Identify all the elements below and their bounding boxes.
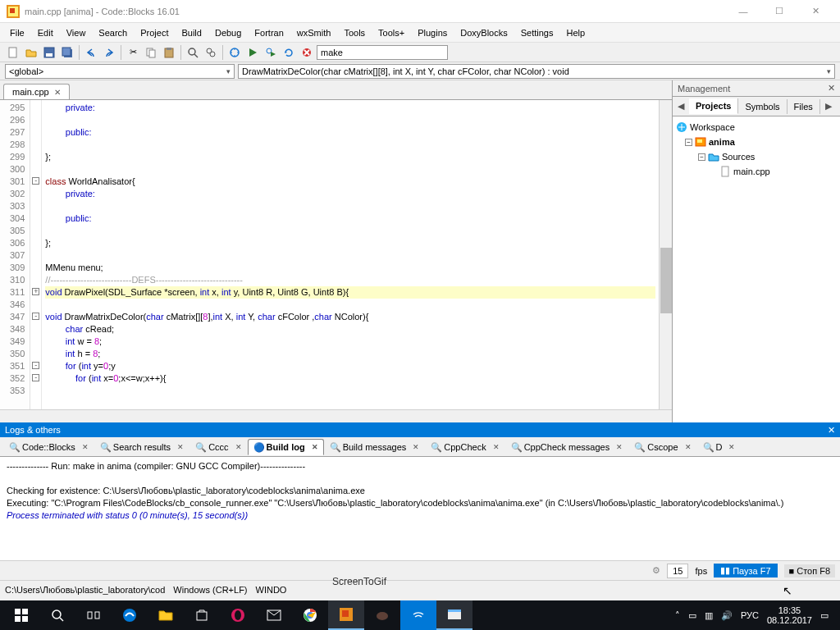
menu-project[interactable]: Project (134, 25, 175, 40)
close-button[interactable]: ✕ (797, 0, 833, 23)
search-icon[interactable] (39, 600, 75, 630)
replace-icon[interactable] (203, 44, 219, 61)
maximize-button[interactable]: ☐ (761, 0, 797, 23)
tree-workspace[interactable]: Workspace (676, 120, 837, 135)
tab-symbols[interactable]: Symbols (738, 99, 787, 114)
close-icon[interactable]: ✕ (177, 443, 184, 451)
gear-icon[interactable]: ⚙ (652, 565, 660, 576)
menu-build[interactable]: Build (175, 25, 208, 40)
log-tab[interactable]: 🔍 CppCheck ✕ (425, 439, 504, 455)
save-all-icon[interactable] (59, 44, 75, 61)
copy-icon[interactable] (143, 44, 159, 61)
stop-button[interactable]: ■ СтопF8 (784, 564, 835, 578)
menu-file[interactable]: File (3, 25, 31, 40)
menu-fortran[interactable]: Fortran (248, 25, 290, 40)
log-tab[interactable]: 🔍 Search results ✕ (94, 439, 189, 455)
menu-view[interactable]: View (60, 25, 93, 40)
rebuild-icon[interactable] (281, 44, 297, 61)
tab-files[interactable]: Files (788, 99, 820, 114)
start-button[interactable] (3, 600, 39, 630)
log-tab[interactable]: 🔍 Code::Blocks ✕ (3, 439, 94, 455)
log-tab[interactable]: 🔍 Cscope ✕ (628, 439, 696, 455)
mail-icon[interactable] (256, 600, 292, 630)
log-body[interactable]: -------------- Run: make in anima (compi… (0, 457, 840, 560)
store-icon[interactable] (184, 600, 220, 630)
close-icon[interactable]: ✕ (828, 425, 835, 436)
menu-doxyblocks[interactable]: DoxyBlocks (454, 25, 514, 40)
scrollbar-horizontal[interactable] (0, 409, 672, 422)
find-icon[interactable] (185, 44, 201, 61)
tab-projects[interactable]: Projects (689, 98, 738, 114)
tab-nav-right[interactable]: ▶ (820, 98, 837, 114)
menu-tools[interactable]: Tools (337, 25, 372, 40)
abort-icon[interactable] (299, 44, 315, 61)
menu-toolsplus[interactable]: Tools+ (372, 25, 411, 40)
close-icon[interactable]: ✕ (493, 443, 500, 451)
chrome-icon[interactable] (292, 600, 328, 630)
explorer-icon[interactable] (148, 600, 184, 630)
edge-icon[interactable] (112, 600, 148, 630)
code-lines[interactable]: private: public: }; class WorldAnalisato… (42, 100, 659, 409)
tree-file[interactable]: main.cpp (676, 164, 837, 179)
build-icon[interactable] (226, 44, 243, 61)
menu-debug[interactable]: Debug (208, 25, 248, 40)
fps-input[interactable]: 15 (667, 564, 688, 578)
redo-icon[interactable] (101, 44, 117, 61)
network-icon[interactable]: ▥ (705, 610, 713, 621)
taskbar[interactable]: ˄ ▭ ▥ 🔊 РУС 18:35 08.12.2017 ▭ (0, 600, 840, 630)
log-tab[interactable]: 🔵 Build log ✕ (248, 439, 324, 455)
menu-plugins[interactable]: Plugins (411, 25, 454, 40)
wifi-icon[interactable] (400, 600, 436, 630)
menu-wxsmith[interactable]: wxSmith (290, 25, 338, 40)
notifications-icon[interactable]: ▭ (820, 610, 829, 621)
save-icon[interactable] (41, 44, 57, 61)
tray-chevron-icon[interactable]: ˄ (675, 610, 680, 621)
close-icon[interactable]: ✕ (616, 443, 623, 451)
scope-dropdown-left[interactable]: <global> (5, 64, 235, 79)
fold-column[interactable]: -+--- (30, 100, 42, 409)
codeblocks-task-icon[interactable] (328, 600, 364, 630)
new-file-icon[interactable] (5, 44, 21, 61)
close-icon[interactable]: ✕ (728, 443, 735, 451)
volume-icon[interactable]: 🔊 (721, 610, 733, 621)
log-tab[interactable]: 🔍 Cccc ✕ (189, 439, 247, 455)
cut-icon[interactable]: ✂ (125, 44, 141, 61)
close-icon[interactable]: ✕ (82, 443, 89, 451)
run-icon[interactable] (244, 44, 261, 61)
battery-icon[interactable]: ▭ (688, 610, 696, 621)
language-indicator[interactable]: РУС (741, 610, 759, 620)
close-icon[interactable]: ✕ (235, 443, 242, 451)
clock[interactable]: 18:35 08.12.2017 (767, 605, 812, 625)
system-tray[interactable]: ˄ ▭ ▥ 🔊 РУС 18:35 08.12.2017 ▭ (675, 605, 837, 625)
log-tab[interactable]: 🔍 D ✕ (697, 439, 742, 455)
scrollbar-vertical[interactable] (659, 100, 672, 409)
log-tab[interactable]: 🔍 Build messages ✕ (324, 439, 426, 455)
opera-icon[interactable] (220, 600, 256, 630)
project-tree[interactable]: Workspace − anima − Sources main.cpp (673, 116, 840, 422)
build-target-input[interactable] (317, 45, 448, 60)
paste-icon[interactable] (161, 44, 177, 61)
close-icon[interactable]: ✕ (685, 443, 692, 451)
open-icon[interactable] (23, 44, 39, 61)
menu-edit[interactable]: Edit (31, 25, 60, 40)
close-icon[interactable]: ✕ (312, 443, 318, 451)
tree-folder[interactable]: − Sources (676, 149, 837, 164)
close-icon[interactable]: ✕ (413, 443, 419, 451)
close-icon[interactable]: ✕ (828, 83, 835, 94)
code-editor[interactable]: 2952962972982993003013023033043053063073… (0, 100, 672, 409)
menu-search[interactable]: Search (92, 25, 134, 40)
menu-settings[interactable]: Settings (514, 25, 560, 40)
tree-collapse-icon[interactable]: − (685, 139, 692, 146)
build-run-icon[interactable] (262, 44, 279, 61)
minimize-button[interactable]: — (725, 0, 761, 23)
tree-project[interactable]: − anima (676, 135, 837, 149)
tree-collapse-icon[interactable]: − (698, 153, 705, 161)
scope-dropdown-right[interactable]: DrawMatrixDeColor(char cMatrix[][8], int… (238, 64, 835, 79)
close-icon[interactable]: ✕ (54, 88, 61, 97)
file-tab-main[interactable]: main.cpp ✕ (3, 84, 70, 99)
console-task-icon[interactable] (436, 600, 472, 630)
log-tab[interactable]: 🔍 CppCheck messages ✕ (505, 439, 629, 455)
tab-nav-left[interactable]: ◀ (673, 98, 689, 114)
pause-button[interactable]: ▮▮ ПаузаF7 (714, 564, 777, 578)
menu-help[interactable]: Help (559, 25, 591, 40)
